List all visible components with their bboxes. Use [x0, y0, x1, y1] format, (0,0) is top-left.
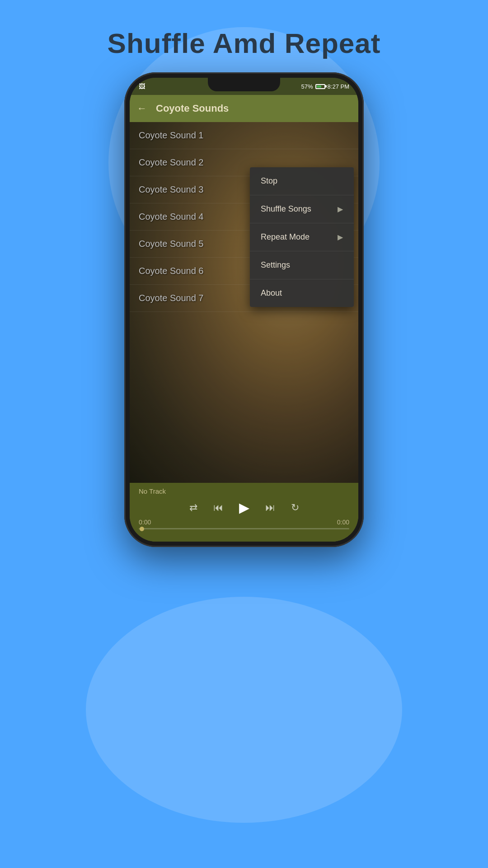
menu-stop-label: Stop — [261, 176, 277, 186]
play-button[interactable]: ▶ — [239, 500, 249, 515]
context-menu: Stop Shuffle Songs ▶ Repeat Mode ▶ Setti… — [250, 167, 354, 307]
app-bar: ← Coyote Sounds — [130, 95, 358, 122]
time-end: 0:00 — [337, 519, 349, 526]
status-icon: 🖼 — [139, 83, 145, 90]
menu-item-stop[interactable]: Stop — [250, 167, 354, 195]
menu-item-settings[interactable]: Settings — [250, 251, 354, 279]
status-bar: 🖼 57% 8:27 PM — [130, 78, 358, 95]
battery-icon — [315, 84, 325, 89]
repeat-button[interactable]: ↻ — [291, 502, 299, 514]
status-time: 8:27 PM — [328, 83, 349, 90]
progress-bar[interactable] — [139, 528, 349, 529]
menu-item-shuffle[interactable]: Shuffle Songs ▶ — [250, 195, 354, 223]
back-button[interactable]: ← — [137, 103, 147, 114]
player-controls: ⇄ ⏮ ▶ ⏭ ↻ — [130, 497, 358, 518]
battery-percent: 57% — [301, 83, 313, 90]
repeat-arrow-icon: ▶ — [338, 233, 343, 241]
time-row: 0:00 0:00 — [130, 518, 358, 527]
prev-button[interactable]: ⏮ — [213, 502, 223, 514]
status-right: 57% 8:27 PM — [301, 83, 349, 90]
battery-fill — [317, 85, 322, 88]
shuffle-button[interactable]: ⇄ — [189, 502, 197, 514]
menu-settings-label: Settings — [261, 260, 290, 270]
menu-shuffle-label: Shuffle Songs — [261, 204, 311, 214]
page-title: Shuffle Amd Repeat — [0, 27, 488, 59]
no-track-label: No Track — [130, 483, 358, 497]
phone-screen: 🖼 57% 8:27 PM ← Coyote Sounds Coyote Sou… — [130, 78, 358, 542]
content-area: Coyote Sound 1 Coyote Sound 2 Coyote Sou… — [130, 122, 358, 483]
shuffle-arrow-icon: ▶ — [338, 205, 343, 213]
progress-dot — [140, 527, 144, 531]
app-bar-title: Coyote Sounds — [156, 103, 351, 114]
player-bar: No Track ⇄ ⏮ ▶ ⏭ ↻ 0:00 0:00 — [130, 483, 358, 542]
time-start: 0:00 — [139, 519, 151, 526]
phone-frame: 🖼 57% 8:27 PM ← Coyote Sounds Coyote Sou… — [124, 72, 364, 547]
notch — [208, 78, 280, 91]
menu-repeat-label: Repeat Mode — [261, 232, 310, 242]
menu-about-label: About — [261, 288, 282, 298]
bg-circle-bottom — [86, 597, 402, 823]
menu-item-about[interactable]: About — [250, 279, 354, 307]
next-button[interactable]: ⏭ — [265, 502, 275, 514]
menu-item-repeat[interactable]: Repeat Mode ▶ — [250, 223, 354, 251]
